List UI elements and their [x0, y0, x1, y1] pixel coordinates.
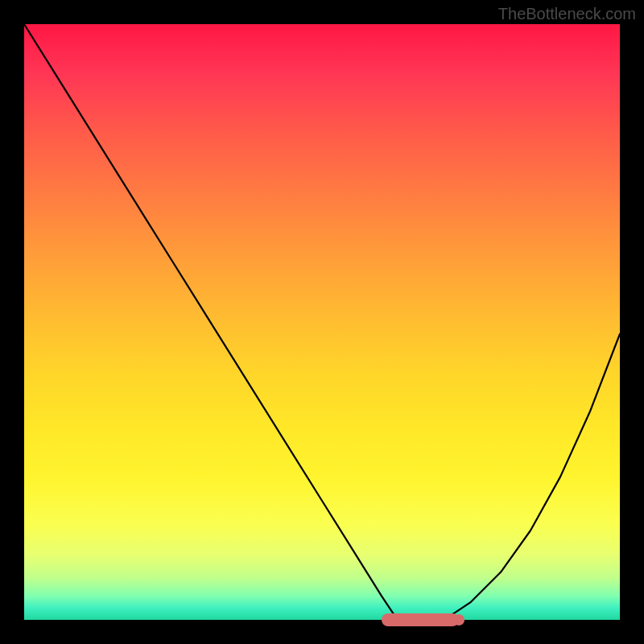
attribution-text: TheBottleneck.com [498, 5, 636, 23]
optimal-zone-dot [453, 614, 464, 625]
bottleneck-curve [24, 24, 620, 620]
chart-plot-area [24, 24, 620, 620]
optimal-zone-bar [382, 613, 459, 626]
curve-path [24, 24, 620, 620]
